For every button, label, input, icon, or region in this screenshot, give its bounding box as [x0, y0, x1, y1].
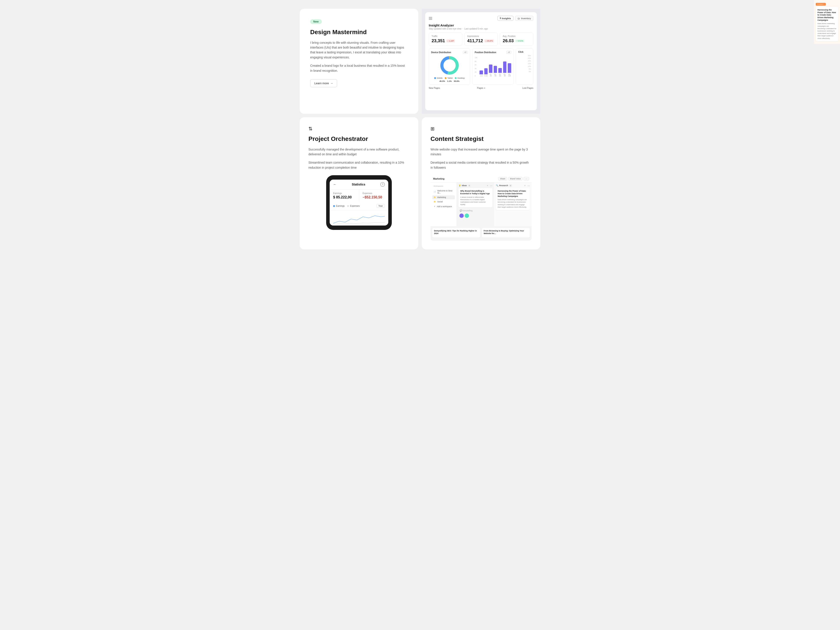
- inventory-tab[interactable]: 🗂 Inventory: [515, 16, 533, 21]
- phone-title: Statistics: [352, 183, 365, 186]
- bar-11-20: 11-20: [489, 65, 493, 77]
- learn-more-label: Learn more: [314, 82, 329, 85]
- bar-21-40: 21-40: [494, 66, 497, 77]
- social-label: Social: [437, 201, 443, 203]
- content-desc2: Developed a social media content strateg…: [431, 160, 532, 170]
- research-more-icon[interactable]: —: [527, 184, 530, 187]
- welcome-label: Welcome to Strut St...: [437, 189, 453, 194]
- bar-81-100-fill: [508, 63, 511, 73]
- bottom-cards-row: Demystifying SEO: Tips for Ranking Highe…: [431, 226, 532, 240]
- earnings-legend-dot: [333, 205, 335, 207]
- expenses-stat: Expenses −$52.150,50: [359, 189, 388, 202]
- insight-subtitle: Stay updated with a bird eye view · Last…: [429, 28, 533, 30]
- mobile-dot: [434, 77, 436, 79]
- insight-bottom: New Pages Pages ▾ Lost Pages: [429, 87, 533, 89]
- bottom-card-1-title: Demystifying SEO: Tips for Ranking Highe…: [434, 230, 478, 235]
- desktop-dot: [455, 77, 456, 79]
- design-mastermind-title: Design Mastermind: [310, 28, 408, 36]
- back-icon[interactable]: ←: [333, 182, 337, 186]
- brand-voice-btn[interactable]: Brand Voice: [508, 177, 523, 180]
- ideas-label: Ideas: [462, 185, 467, 186]
- insights-tab-label: Insights: [502, 17, 511, 20]
- ideas-count: 5: [468, 185, 471, 187]
- hamburger-icon[interactable]: [429, 17, 432, 20]
- ideas-col-header: 💡 Ideas 5 + —: [458, 184, 493, 187]
- bar-4-10: 4-10: [484, 68, 488, 77]
- design-mastermind-card: New Design Mastermind I bring concepts t…: [300, 9, 418, 114]
- bar-41-60: 41-60: [498, 68, 502, 77]
- insights-tab-icon: ℹ: [500, 17, 501, 20]
- more-options-btn[interactable]: ···: [524, 177, 529, 180]
- tablet-dot: [445, 77, 447, 79]
- sidebar-item-add[interactable]: ＋ Add a workspace: [432, 204, 455, 209]
- project-orchestrator-title: Project Orchestrator: [308, 135, 409, 143]
- phone-mockup: ← Statistics ? Earnings $ 85.222,00 Expe…: [326, 175, 392, 230]
- content-page-title: Marketing: [433, 177, 445, 180]
- mobile-pct: 45.3%: [439, 80, 445, 82]
- position-chart-title: Position Distribution: [475, 51, 496, 54]
- position-distribution-chart: Position Distribution All 10K 8K 6K 4K 2…: [472, 48, 514, 85]
- ideas-card-1[interactable]: Why Brand Storytelling is Essential in T…: [458, 188, 493, 207]
- bottom-card-1[interactable]: Demystifying SEO: Tips for Ranking Highe…: [432, 228, 480, 237]
- ideas-icon: 💡: [458, 185, 461, 186]
- arrow-icon: →: [330, 82, 333, 85]
- help-icon[interactable]: ?: [381, 182, 385, 186]
- sidebar-item-welcome[interactable]: 📄 Welcome to Strut St...: [432, 189, 455, 195]
- desktop-legend: Desktop: [455, 77, 465, 79]
- research-add-icon[interactable]: +: [524, 184, 526, 187]
- project-icon: ⇅: [308, 126, 409, 132]
- phone-legend: Earnings Expenses Year: [330, 202, 388, 210]
- inventory-tab-icon: 🗂: [518, 17, 520, 20]
- bar-chart: 10K 8K 6K 4K 2K 0 1-3: [475, 55, 511, 77]
- insight-panel: ℹ Insights 🗂 Inventory Insight Analyzer …: [422, 9, 540, 114]
- insight-tabs: ℹ Insights 🗂 Inventory: [497, 16, 533, 21]
- content-sidebar: Workspaces 📄 Welcome to Strut St... 📁 Ma…: [431, 182, 457, 226]
- avg-position-label: Avg. Position: [503, 35, 531, 38]
- phone-screen: ← Statistics ? Earnings $ 85.222,00 Expe…: [330, 180, 388, 226]
- research-icon: 🔍: [496, 185, 498, 186]
- ideas-add-icon[interactable]: +: [487, 184, 488, 187]
- ideas-more-icon[interactable]: —: [490, 184, 493, 187]
- earnings-stat: Earnings $ 85.222,00: [330, 189, 359, 202]
- insights-tab[interactable]: ℹ Insights: [497, 16, 513, 21]
- pages-filter-label[interactable]: Pages: [477, 87, 483, 89]
- storytelling-tag: 💬 Storytelling: [460, 210, 472, 212]
- folder-icon: 📁: [434, 196, 436, 198]
- content-icon: ⊞: [431, 126, 532, 132]
- traffic-metric: Traffic 23,351 ↓ 1,137: [429, 33, 462, 46]
- content-strategist-card: ⊞ Content Strategist Wrote website copy …: [422, 117, 540, 249]
- tablet-pct: 1.1%: [447, 80, 452, 82]
- project-desc1: Successfully managed the development of …: [308, 147, 409, 157]
- mobile-legend: Mobile: [434, 77, 443, 79]
- share-btn[interactable]: Share: [498, 177, 507, 180]
- research-card-1[interactable]: Harnessing the Power of Data: How to Cre…: [496, 188, 530, 210]
- period-selector[interactable]: Year: [376, 204, 385, 208]
- content-strategist-title: Content Strategist: [431, 135, 532, 143]
- expenses-legend-dot: [347, 205, 349, 207]
- bar-11-20-fill: [489, 65, 493, 73]
- insight-metrics: Traffic 23,351 ↓ 1,137 Impressions 411,7…: [429, 33, 533, 46]
- sidebar-item-marketing[interactable]: 📁 Marketing: [432, 195, 455, 199]
- donut-values: 45.3% 1.1% 53.6%: [431, 80, 468, 82]
- bar-61-80: 61-80: [503, 62, 507, 77]
- phone-legend-items: Earnings Expenses: [333, 205, 360, 207]
- avg-position-change: ↑ 0.51%: [515, 39, 524, 43]
- device-chart-filter[interactable]: All: [463, 51, 468, 54]
- new-pages-label: New Pages: [429, 87, 440, 89]
- phone-stats: Earnings $ 85.222,00 Expenses −$52.150,5…: [330, 189, 388, 202]
- bar-4-10-fill: [484, 68, 488, 74]
- research-count: 3: [509, 185, 512, 187]
- bottom-card-2[interactable]: From Browsing to Buying: Optimizing Your…: [482, 228, 530, 237]
- desktop-pct: 53.6%: [454, 80, 459, 82]
- position-chart-filter[interactable]: All: [507, 51, 511, 54]
- learn-more-button[interactable]: Learn more →: [310, 79, 337, 87]
- bar-1-3-fill: [480, 70, 483, 74]
- design-mastermind-desc1: I bring concepts to life with stunning v…: [310, 40, 408, 60]
- content-preview-body: Workspaces 📄 Welcome to Strut St... 📁 Ma…: [431, 182, 532, 226]
- pages-chevron-icon: ▾: [484, 87, 485, 89]
- impressions-metric: Impressions 411,712 ↓ 25,071: [464, 33, 498, 46]
- impressions-value: 411,712 ↓ 25,071: [467, 38, 495, 43]
- sidebar-item-social[interactable]: 📁 Social: [432, 200, 455, 204]
- expenses-label: Expenses: [363, 192, 385, 194]
- inventory-tab-label: Inventory: [521, 17, 531, 20]
